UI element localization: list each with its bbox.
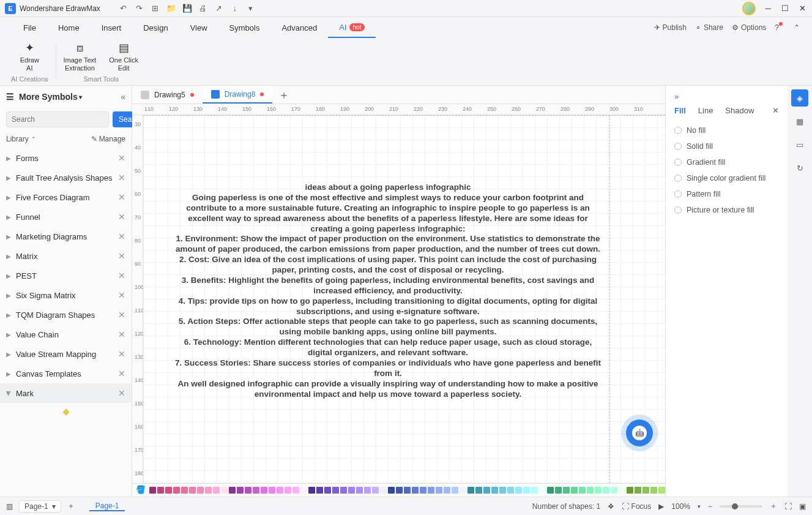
- lib-item-tqm-diagram-shapes[interactable]: ▶TQM Diagram Shapes✕: [0, 305, 132, 325]
- lib-item-five-forces-diagram[interactable]: ▶Five Forces Diagram✕: [0, 187, 132, 207]
- color-swatch[interactable]: [324, 487, 331, 494]
- color-swatch[interactable]: [261, 487, 267, 494]
- remove-lib-icon[interactable]: ✕: [118, 173, 125, 182]
- color-swatch[interactable]: [436, 487, 442, 494]
- color-swatch[interactable]: [149, 487, 156, 494]
- color-swatch[interactable]: [165, 487, 172, 494]
- color-swatch[interactable]: [285, 487, 291, 494]
- lib-item-marketing-diagrams[interactable]: ▶Marketing Diagrams✕: [0, 227, 132, 246]
- color-swatch[interactable]: [229, 487, 236, 494]
- menu-symbols[interactable]: Symbols: [218, 17, 271, 38]
- lib-item-pest[interactable]: ▶PEST✕: [0, 266, 132, 285]
- print-icon[interactable]: 🖨: [198, 4, 208, 13]
- color-swatch[interactable]: [523, 487, 530, 494]
- more-qat-icon[interactable]: ▾: [246, 4, 256, 13]
- layout-tab-icon[interactable]: ▭: [791, 136, 808, 153]
- help-icon[interactable]: ?: [775, 23, 785, 32]
- one-click-edit-button[interactable]: ▤ One Click Edit: [108, 40, 139, 72]
- color-swatch[interactable]: [587, 487, 594, 494]
- add-page-icon[interactable]: ＋: [67, 501, 75, 511]
- color-swatch[interactable]: [619, 487, 625, 494]
- color-swatch[interactable]: [420, 487, 426, 494]
- color-swatch[interactable]: [356, 487, 363, 494]
- publish-button[interactable]: ✈Publish: [654, 23, 687, 32]
- zoom-out-icon[interactable]: −: [708, 502, 712, 511]
- remove-lib-icon[interactable]: ✕: [118, 369, 125, 378]
- color-swatch[interactable]: [635, 487, 641, 494]
- color-swatch[interactable]: [539, 487, 546, 494]
- color-swatch[interactable]: [253, 487, 259, 494]
- menu-design[interactable]: Design: [132, 17, 179, 38]
- color-swatch[interactable]: [237, 487, 244, 494]
- remove-lib-icon[interactable]: ✕: [118, 329, 125, 339]
- color-swatch[interactable]: [555, 487, 562, 494]
- rp-tab-line[interactable]: Line: [698, 106, 713, 115]
- color-swatch[interactable]: [643, 487, 649, 494]
- redo-icon[interactable]: ↷: [135, 4, 144, 13]
- color-swatch[interactable]: [658, 487, 665, 494]
- color-swatch[interactable]: [428, 487, 434, 494]
- menu-view[interactable]: View: [179, 17, 218, 38]
- color-swatch[interactable]: [348, 487, 355, 494]
- color-swatch[interactable]: [189, 487, 196, 494]
- color-swatch[interactable]: [332, 487, 339, 494]
- menu-advanced[interactable]: Advanced: [270, 17, 328, 38]
- color-swatch[interactable]: [364, 487, 371, 494]
- remove-lib-icon[interactable]: ✕: [118, 192, 125, 202]
- color-swatch[interactable]: [269, 487, 275, 494]
- color-swatch[interactable]: [499, 487, 506, 494]
- color-swatch[interactable]: [308, 487, 315, 494]
- color-swatch[interactable]: [579, 487, 586, 494]
- lib-item-six-sigma-matrix[interactable]: ▶Six Sigma Matrix✕: [0, 285, 132, 305]
- color-swatch[interactable]: [245, 487, 251, 494]
- color-swatch[interactable]: [603, 487, 609, 494]
- color-swatch[interactable]: [157, 487, 164, 494]
- color-swatch[interactable]: [452, 487, 458, 494]
- color-swatch[interactable]: [483, 487, 490, 494]
- fill-option-single-color-gradient-fill[interactable]: Single color gradient fill: [674, 170, 779, 186]
- fit-page-icon[interactable]: ⛶: [784, 502, 792, 511]
- remove-lib-icon[interactable]: ✕: [118, 310, 125, 320]
- color-swatch[interactable]: [444, 487, 450, 494]
- zoom-level[interactable]: 100%: [671, 502, 690, 511]
- open-icon[interactable]: 📁: [166, 4, 176, 13]
- collapse-ribbon-icon[interactable]: ⌃: [794, 23, 800, 32]
- save-icon[interactable]: 💾: [182, 4, 192, 13]
- close-icon[interactable]: ✕: [797, 4, 807, 13]
- fill-tab-icon[interactable]: ◈: [791, 89, 808, 107]
- lib-item-mark[interactable]: ▶Mark✕: [0, 383, 132, 403]
- lib-item-forms[interactable]: ▶Forms✕: [0, 148, 132, 168]
- remove-lib-icon[interactable]: ✕: [118, 290, 125, 300]
- menu-ai[interactable]: AIhot: [328, 17, 376, 38]
- lib-item-canvas-templates[interactable]: ▶Canvas Templates✕: [0, 364, 132, 383]
- color-swatch[interactable]: [547, 487, 554, 494]
- color-swatch[interactable]: [507, 487, 514, 494]
- hamburger-icon[interactable]: ☰: [6, 92, 14, 102]
- search-input[interactable]: [6, 111, 109, 127]
- focus-button[interactable]: ⛶ Focus: [622, 502, 651, 511]
- lib-item-funnel[interactable]: ▶Funnel✕: [0, 207, 132, 227]
- remove-lib-icon[interactable]: ✕: [118, 153, 125, 163]
- color-swatch[interactable]: [515, 487, 522, 494]
- import-icon[interactable]: ↓: [230, 4, 240, 13]
- lib-item-value-chain[interactable]: ▶Value Chain✕: [0, 325, 132, 344]
- menu-insert[interactable]: Insert: [91, 17, 133, 38]
- library-label[interactable]: Library ⌃: [6, 135, 36, 143]
- options-button[interactable]: ⚙Options: [732, 23, 766, 32]
- color-swatch[interactable]: [563, 487, 570, 494]
- lib-item-value-stream-mapping[interactable]: ▶Value Stream Mapping✕: [0, 344, 132, 364]
- zoom-slider[interactable]: [720, 505, 762, 508]
- page-tab-icon[interactable]: ▦: [791, 113, 808, 130]
- layers-icon[interactable]: ❖: [608, 502, 614, 511]
- minimize-icon[interactable]: ─: [763, 4, 773, 13]
- color-swatch[interactable]: [475, 487, 482, 494]
- color-swatch[interactable]: [404, 487, 411, 494]
- fill-option-gradient-fill[interactable]: Gradient fill: [674, 154, 779, 170]
- history-tab-icon[interactable]: ↻: [791, 159, 808, 176]
- image-text-extraction-button[interactable]: ⧈ Image Text Extraction: [64, 40, 97, 72]
- manage-button[interactable]: ✎ Manage: [91, 135, 125, 143]
- expand-panel-icon[interactable]: »: [674, 92, 779, 101]
- color-swatch[interactable]: [571, 487, 578, 494]
- color-swatch[interactable]: [277, 487, 283, 494]
- remove-lib-icon[interactable]: ✕: [118, 271, 125, 280]
